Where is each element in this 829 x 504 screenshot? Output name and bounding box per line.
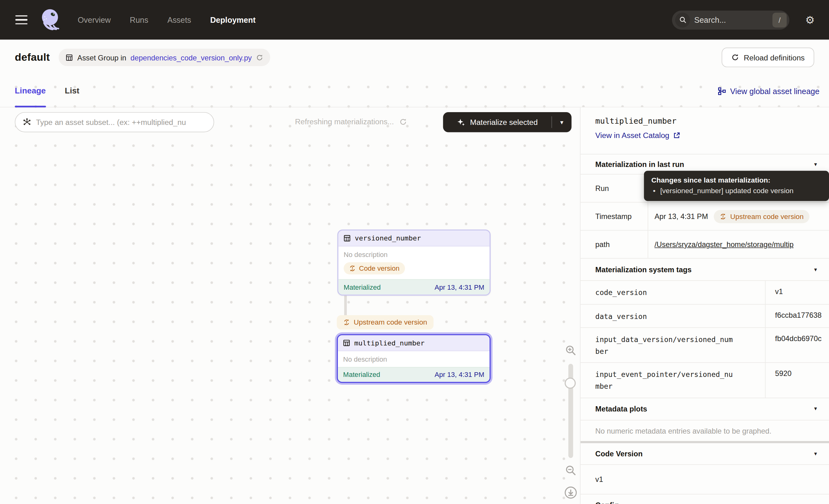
section-system-tags[interactable]: Materialization system tags ▼	[580, 258, 829, 280]
section-config[interactable]: Config	[580, 494, 829, 504]
code-version-badge: Code version	[344, 262, 405, 275]
path-label: path	[580, 230, 648, 258]
search-box[interactable]: /	[672, 10, 789, 29]
nav-item-runs[interactable]: Runs	[130, 15, 148, 24]
refresh-icon[interactable]	[399, 118, 407, 125]
asset-graph-pane[interactable]: Refreshing materializations... Materiali…	[0, 107, 580, 504]
asset-group-file-link[interactable]: dependencies_code_version_only.py	[131, 53, 252, 62]
search-shortcut-key: /	[772, 12, 787, 27]
menu-icon[interactable]	[14, 13, 29, 27]
materialized-status: Materialized	[343, 371, 380, 379]
graph-zoom-controls	[563, 344, 578, 499]
materialize-selected-button[interactable]: Materialize selected ▼	[443, 112, 572, 132]
system-tag-row: input_data_version/versioned_number fb04…	[580, 327, 829, 362]
zoom-out-icon[interactable]	[564, 464, 576, 477]
zoom-slider-handle[interactable]	[565, 377, 576, 389]
section-metadata-plots[interactable]: Metadata plots ▼	[580, 397, 829, 420]
reload-icon	[731, 53, 739, 61]
refresh-status: Refreshing materializations...	[295, 117, 407, 126]
view-global-asset-lineage-link[interactable]: View global asset lineage	[718, 86, 819, 96]
search-icon	[675, 12, 690, 27]
code-version-icon	[343, 319, 350, 326]
timestamp-value: Apr 13, 4:31 PM	[655, 212, 708, 220]
zoom-slider[interactable]	[568, 364, 573, 458]
section-title: Config	[596, 501, 619, 504]
asset-node-multiplied-number[interactable]: multiplied_number No description Materia…	[337, 334, 491, 383]
tag-value: f6ccba177638	[765, 304, 829, 327]
chevron-down-icon: ▼	[813, 451, 818, 456]
tag-key: data_version	[596, 311, 735, 322]
reload-icon[interactable]	[256, 53, 263, 61]
upstream-code-version-label: Upstream code version	[354, 318, 427, 326]
chevron-down-icon: ▼	[813, 162, 818, 167]
code-version-icon	[720, 213, 726, 220]
system-tag-row: code_version v1	[580, 280, 829, 304]
code-version-value: v1	[580, 464, 829, 494]
tag-key: code_version	[596, 287, 735, 299]
zoom-in-icon[interactable]	[564, 344, 576, 356]
upstream-code-version-badge: Upstream code version	[714, 210, 809, 223]
caret-icon[interactable]: ▼	[552, 119, 572, 125]
settings-icon[interactable]: ⚙	[805, 15, 815, 25]
materialized-status: Materialized	[344, 283, 381, 291]
section-title: Materialization system tags	[596, 265, 692, 274]
asset-node-title: versioned_number	[355, 234, 421, 242]
asset-node-versioned-number[interactable]: versioned_number No description Code ver…	[337, 229, 491, 296]
external-link-icon	[673, 132, 680, 139]
panel-header: multiplied_number View in Asset Catalog	[580, 107, 829, 154]
panel-asset-name: multiplied_number	[596, 116, 819, 126]
chevron-down-icon: ▼	[813, 406, 818, 411]
refresh-status-label: Refreshing materializations...	[295, 117, 394, 126]
chevron-down-icon: ▼	[813, 267, 818, 272]
asset-group-icon	[66, 53, 73, 61]
dagster-app: Overview Runs Assets Deployment / ⚙ defa…	[0, 0, 829, 504]
tab-list[interactable]: List	[65, 75, 79, 107]
tag-value: 5920	[765, 363, 829, 397]
download-icon[interactable]	[564, 486, 577, 499]
timestamp-label: Timestamp	[580, 203, 648, 230]
nav-item-assets[interactable]: Assets	[167, 15, 191, 24]
global-lineage-label: View global asset lineage	[730, 86, 820, 96]
code-version-label: Code version	[359, 264, 400, 272]
asset-details-panel: multiplied_number View in Asset Catalog …	[580, 107, 829, 504]
catalog-link-label: View in Asset Catalog	[596, 131, 670, 140]
asset-node-description: No description	[344, 251, 484, 258]
tag-value: v1	[765, 281, 829, 304]
materialized-time[interactable]: Apr 13, 4:31 PM	[435, 283, 484, 291]
page-title: default	[15, 51, 50, 64]
reload-definitions-button[interactable]: Reload definitions	[722, 48, 814, 67]
code-version-icon	[349, 265, 356, 272]
asset-filter-field[interactable]	[15, 112, 214, 132]
reload-definitions-label: Reload definitions	[744, 53, 805, 62]
materialized-time[interactable]: Apr 13, 4:31 PM	[435, 371, 484, 379]
dagster-logo[interactable]	[38, 7, 63, 32]
section-code-version[interactable]: Code Version ▼	[580, 443, 829, 464]
section-title: Code Version	[596, 449, 643, 458]
path-row: path /Users/sryza/dagster_home/storage/m…	[580, 230, 829, 258]
asset-group-prefix: Asset Group in	[77, 53, 126, 62]
section-title: Metadata plots	[596, 405, 647, 413]
run-label: Run	[580, 174, 648, 202]
table-icon	[343, 339, 350, 347]
tag-key: input_data_version/versioned_number	[596, 334, 735, 357]
asset-node-title: multiplied_number	[354, 339, 425, 347]
view-in-asset-catalog-link[interactable]: View in Asset Catalog	[596, 131, 680, 140]
tabs-row: Lineage List View global asset lineage	[0, 75, 829, 107]
tab-lineage[interactable]: Lineage	[15, 75, 46, 107]
section-title: Materialization in last run	[596, 160, 684, 169]
asset-filter-input[interactable]	[36, 118, 206, 127]
tooltip-title: Changes since last materialization:	[651, 176, 822, 184]
nav-item-deployment[interactable]: Deployment	[210, 15, 256, 24]
materialize-label: Materialize selected	[470, 118, 538, 127]
asset-node-description: No description	[343, 355, 484, 363]
metadata-empty-message: No numeric metadata entries available to…	[580, 420, 829, 441]
search-input[interactable]	[694, 15, 772, 24]
tag-key: input_event_pointer/versioned_number	[596, 369, 735, 392]
path-link[interactable]: /Users/sryza/dagster_home/storage/multip	[655, 240, 793, 249]
content-row: Refreshing materializations... Materiali…	[0, 107, 829, 504]
nav-links: Overview Runs Assets Deployment	[78, 15, 256, 24]
asset-group-breadcrumb: Asset Group in dependencies_code_version…	[59, 48, 270, 66]
changes-tooltip: Changes since last materialization: [ver…	[644, 171, 829, 201]
table-icon	[344, 235, 351, 242]
nav-item-overview[interactable]: Overview	[78, 15, 111, 24]
